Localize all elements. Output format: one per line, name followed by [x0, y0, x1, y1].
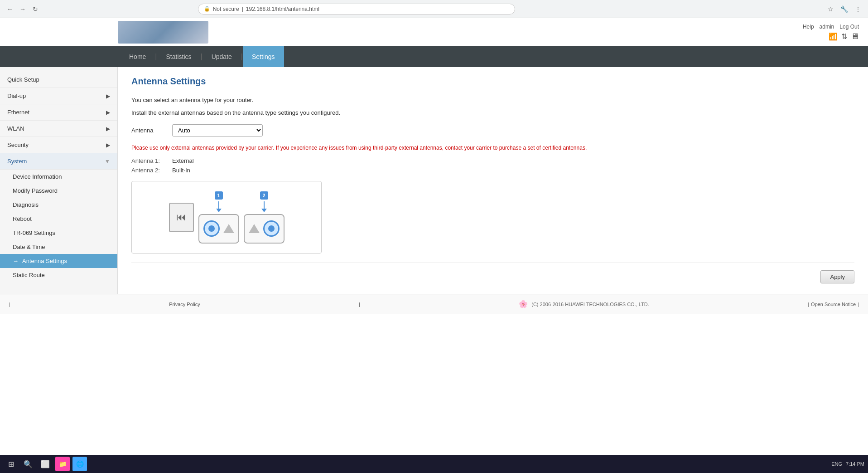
address-bar[interactable]: 🔓 Not secure | 192.168.8.1/html/antenna.…: [198, 4, 515, 15]
sidebar-item-security[interactable]: Security ▶: [0, 137, 117, 153]
sidebar-item-wlan[interactable]: WLAN ▶: [0, 121, 117, 137]
antenna2-value: Built-in: [172, 167, 190, 174]
antenna-diagram: ⏮ 1: [131, 181, 322, 254]
antenna-port-2: 2: [244, 191, 285, 244]
antenna2-label: Antenna 2:: [131, 167, 172, 174]
admin-label: admin: [820, 24, 834, 30]
not-secure-icon: 🔓: [204, 6, 210, 12]
header-icons: 📶 ⇅ 🖥: [829, 32, 859, 41]
sidebar-sub-device-info[interactable]: Device Information: [0, 170, 117, 184]
antenna1-label: Antenna 1:: [131, 157, 172, 164]
url-display: 192.168.8.1/html/antenna.html: [246, 6, 319, 12]
antenna-circle-inner-2: [268, 225, 275, 232]
sidebar-sub-diagnosis[interactable]: Diagnosis: [0, 198, 117, 212]
sidebar-sub-diagnosis-label: Diagnosis: [13, 201, 39, 208]
footer-open-source-pipe-left: |: [808, 302, 809, 307]
sidebar-item-dialup-label: Dial-up: [7, 93, 26, 99]
sidebar-sub-static-route[interactable]: Static Route: [0, 268, 117, 282]
antenna-number-2: 2: [260, 191, 268, 200]
transfer-icon: ⇅: [841, 32, 847, 41]
page-header: Help admin Log Out 📶 ⇅ 🖥: [0, 18, 868, 46]
bookmark-button[interactable]: ☆: [825, 4, 836, 15]
open-source-link[interactable]: Open Source Notice: [811, 302, 856, 307]
back-button[interactable]: ←: [5, 4, 15, 15]
router-symbol: ⏮: [176, 211, 186, 223]
sidebar-sub-modify-password[interactable]: Modify Password: [0, 184, 117, 198]
description-text-1: You can select an antenna type for your …: [131, 96, 854, 105]
signal-icon: 📶: [829, 32, 838, 41]
footer-pipe-right: |: [359, 302, 360, 307]
nav-settings[interactable]: Settings: [243, 46, 284, 67]
antenna-arrowhead-1: [216, 209, 222, 212]
antenna-circle-inner-1: [208, 225, 215, 232]
content-area: Antenna Settings You can select an anten…: [118, 67, 868, 294]
sidebar-item-dialup[interactable]: Dial-up ▶: [0, 88, 117, 104]
antenna-triangle-2: [249, 224, 260, 233]
antenna-port-1: 1: [198, 191, 239, 244]
sidebar-system-submenu: Device Information Modify Password Diagn…: [0, 170, 117, 282]
url-separator: |: [242, 6, 243, 12]
sidebar-sub-datetime-label: Date & Time: [13, 244, 45, 250]
sidebar-item-system-label: System: [7, 158, 27, 165]
page-title: Antenna Settings: [131, 76, 854, 87]
not-secure-label: Not secure: [213, 6, 239, 12]
menu-button[interactable]: ⋮: [853, 4, 863, 15]
header-user-actions: Help admin Log Out: [803, 24, 859, 30]
antenna-select[interactable]: Auto External Built-in: [172, 124, 263, 137]
sidebar-sub-reboot-label: Reboot: [13, 215, 32, 222]
page-wrapper: Help admin Log Out 📶 ⇅ 🖥 Home | Statisti…: [0, 18, 868, 314]
antenna1-info-row: Antenna 1: External: [131, 157, 854, 164]
sidebar-sub-tr069[interactable]: TR-069 Settings: [0, 226, 117, 240]
sidebar-sub-static-route-label: Static Route: [13, 272, 45, 278]
sidebar-system-arrow: ▼: [105, 158, 110, 165]
router-box: ⏮: [169, 203, 194, 232]
antenna-arrow-down-1: [218, 201, 219, 209]
header-logo: [118, 21, 208, 44]
sidebar-item-system[interactable]: System ▼: [0, 153, 117, 170]
antenna-box-1: [198, 214, 239, 244]
footer-pipe-left: |: [9, 302, 10, 307]
help-link[interactable]: Help: [803, 24, 814, 30]
antenna-arrowhead-2: [261, 209, 267, 212]
browser-chrome: ← → ↻ 🔓 Not secure | 192.168.8.1/html/an…: [0, 0, 868, 18]
footer-open-source-pipe-right: |: [858, 302, 859, 307]
antenna-field-label: Antenna: [131, 127, 168, 134]
sidebar: Quick Setup Dial-up ▶ Ethernet ▶ WLAN ▶ …: [0, 67, 118, 294]
antenna-number-1: 1: [215, 191, 223, 200]
sidebar-dialup-arrow: ▶: [106, 93, 110, 99]
main-layout: Quick Setup Dial-up ▶ Ethernet ▶ WLAN ▶ …: [0, 67, 868, 294]
antenna-arrow-down-2: [264, 201, 265, 209]
antenna1-value: External: [172, 157, 194, 164]
sidebar-sub-datetime[interactable]: Date & Time: [0, 240, 117, 254]
active-item-prefix: →: [13, 258, 19, 264]
privacy-policy-link[interactable]: Privacy Policy: [169, 302, 200, 307]
sidebar-ethernet-arrow: ▶: [106, 109, 110, 116]
browser-actions: ☆ 🔧 ⋮: [825, 4, 863, 15]
antenna2-info-row: Antenna 2: Built-in: [131, 167, 854, 174]
antenna-form-row: Antenna Auto External Built-in: [131, 124, 854, 137]
sidebar-security-arrow: ▶: [106, 142, 110, 148]
nav-home[interactable]: Home: [120, 46, 155, 67]
sidebar-sub-antenna-settings-label: Antenna Settings: [22, 258, 67, 264]
antenna-circle-1: [203, 220, 220, 237]
sidebar-item-quicksetup-label: Quick Setup: [7, 76, 39, 83]
sidebar-sub-device-info-label: Device Information: [13, 173, 62, 180]
reload-button[interactable]: ↻: [30, 4, 41, 15]
extensions-button[interactable]: 🔧: [839, 4, 850, 15]
page-footer: | Privacy Policy | 🌸 (C) 2006-2016 HUAWE…: [0, 294, 868, 314]
sidebar-item-ethernet[interactable]: Ethernet ▶: [0, 104, 117, 121]
sidebar-sub-reboot[interactable]: Reboot: [0, 212, 117, 226]
logout-link[interactable]: Log Out: [839, 24, 859, 30]
apply-section: Apply: [131, 263, 854, 283]
apply-button[interactable]: Apply: [820, 270, 854, 283]
sidebar-item-quicksetup[interactable]: Quick Setup: [0, 72, 117, 88]
huawei-logo-icon: 🌸: [519, 300, 528, 308]
forward-button[interactable]: →: [17, 4, 28, 15]
nav-buttons: ← → ↻: [5, 4, 41, 15]
antenna-box-2: [244, 214, 285, 244]
monitor-icon: 🖥: [851, 32, 859, 41]
nav-statistics[interactable]: Statistics: [157, 46, 201, 67]
antenna-triangle-1: [223, 224, 234, 233]
sidebar-sub-antenna-settings[interactable]: → Antenna Settings: [0, 254, 117, 268]
nav-update[interactable]: Update: [203, 46, 241, 67]
